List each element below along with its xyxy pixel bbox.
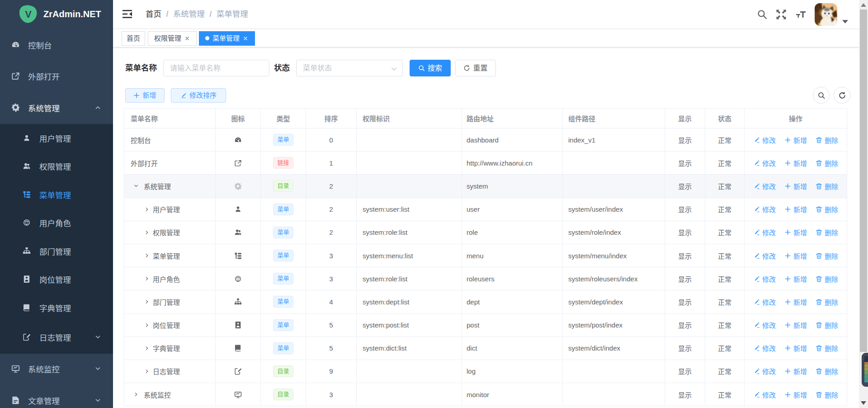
svg-text:V: V bbox=[25, 9, 32, 20]
